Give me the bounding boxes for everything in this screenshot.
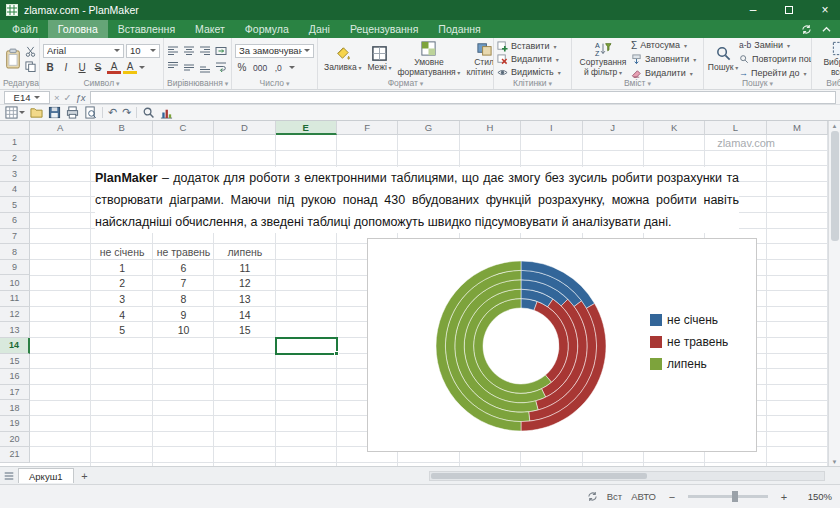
row-header-18[interactable]: 18 [0, 400, 30, 416]
visibility-button[interactable]: Видимість [497, 66, 568, 78]
row-header-10[interactable]: 10 [0, 275, 30, 291]
cell-D13[interactable]: 15 [214, 322, 275, 338]
number-format-select[interactable]: За замовчуван [235, 44, 314, 58]
cell-D10[interactable]: 12 [214, 276, 275, 292]
cell-B8[interactable]: не січень [91, 244, 152, 260]
donut-chart-object[interactable]: не січень не травень липень [367, 238, 757, 452]
vertical-scrollbar[interactable]: ▲ ▼ [828, 121, 840, 466]
row-header-13[interactable]: 13 [0, 322, 30, 338]
ribbon-tab-3[interactable]: Макет [185, 20, 235, 38]
row-header-12[interactable]: 12 [0, 307, 30, 323]
row-header-2[interactable]: 2 [0, 151, 30, 167]
cell-reference-box[interactable]: E14 [4, 91, 50, 104]
fill-down-button[interactable]: Заповнити [631, 53, 700, 66]
ribbon-tab-5[interactable]: Дані [299, 20, 340, 38]
cell-D9[interactable]: 11 [214, 260, 275, 276]
italic-button[interactable]: I [59, 61, 73, 75]
sheet-tab-active[interactable]: Аркуш1 [18, 468, 74, 483]
column-header-M[interactable]: M [767, 121, 828, 135]
minimize-button[interactable]: – [738, 0, 768, 20]
column-header-K[interactable]: K [644, 121, 705, 135]
row-header-17[interactable]: 17 [0, 385, 30, 401]
scroll-up-icon[interactable]: ▲ [832, 121, 838, 130]
cell-C11[interactable]: 8 [153, 291, 214, 307]
replace-button[interactable]: a-b Заміни [739, 39, 812, 52]
ribbon-tab-7[interactable]: Подання [428, 20, 490, 38]
ribbon-tab-4[interactable]: Формула [235, 20, 299, 38]
column-header-F[interactable]: F [337, 121, 398, 135]
zoom-level[interactable]: 150% [800, 491, 832, 502]
scroll-down-icon[interactable]: ▼ [832, 457, 838, 466]
zoom-out-button[interactable]: − [665, 490, 679, 504]
font-size-select[interactable]: 10 [126, 44, 160, 58]
chart-icon[interactable] [160, 106, 173, 119]
sync-icon[interactable] [796, 20, 816, 38]
insert-cells-button[interactable]: Вставити [497, 40, 568, 52]
column-header-C[interactable]: C [153, 121, 214, 135]
row-header-8[interactable]: 8 [0, 244, 30, 260]
print-preview-icon[interactable] [84, 106, 97, 119]
new-table-button[interactable] [5, 106, 25, 119]
select-all-corner[interactable] [0, 121, 30, 135]
paste-button[interactable] [3, 48, 23, 70]
column-header-B[interactable]: B [91, 121, 152, 135]
selected-cell[interactable] [275, 337, 338, 355]
valign-top-icon[interactable] [167, 61, 179, 73]
collapse-ribbon-icon[interactable] [816, 20, 836, 38]
column-header-A[interactable]: A [30, 121, 91, 135]
strikethrough-button[interactable]: S [91, 61, 105, 75]
row-header-3[interactable]: 3 [0, 166, 30, 182]
valign-bottom-icon[interactable] [199, 61, 211, 73]
merge-cells-icon[interactable] [215, 45, 227, 57]
column-header-E[interactable]: E [276, 121, 337, 135]
row-header-11[interactable]: 11 [0, 291, 30, 307]
column-header-I[interactable]: I [521, 121, 582, 135]
row-header-15[interactable]: 15 [0, 354, 30, 370]
copy-icon[interactable] [25, 61, 36, 72]
zoom-slider-thumb[interactable] [732, 491, 738, 502]
font-name-select[interactable]: Arial [43, 44, 124, 58]
cell-B12[interactable]: 4 [91, 307, 152, 323]
row-header-21[interactable]: 21 [0, 447, 30, 463]
search-button[interactable]: Пошук [707, 44, 739, 74]
thousands-format-button[interactable]: 000 [253, 61, 267, 75]
maximize-button[interactable] [774, 0, 804, 20]
align-left-icon[interactable] [167, 45, 179, 57]
autosum-button[interactable]: Σ Автосума [631, 39, 700, 52]
horizontal-scrollbar[interactable] [429, 471, 825, 481]
zoom-slider[interactable] [688, 495, 768, 498]
row-header-16[interactable]: 16 [0, 369, 30, 385]
row-header-5[interactable]: 5 [0, 197, 30, 213]
wrap-text-icon[interactable] [215, 61, 227, 73]
cell-C13[interactable]: 10 [153, 322, 214, 338]
column-header-G[interactable]: G [398, 121, 459, 135]
add-sheet-button[interactable]: + [77, 470, 93, 482]
cell-C12[interactable]: 9 [153, 307, 214, 323]
find-icon[interactable] [142, 106, 155, 119]
cell-styles-button[interactable]: Стилі клітинок [463, 39, 494, 79]
borders-button[interactable]: Межі [364, 44, 394, 74]
refresh-icon[interactable] [587, 491, 598, 502]
highlight-color-button[interactable]: А [123, 61, 137, 74]
cell-B9[interactable]: 1 [91, 260, 152, 276]
save-icon[interactable] [48, 106, 61, 119]
fill-color-button[interactable]: Заливка [321, 44, 364, 74]
row-header-6[interactable]: 6 [0, 213, 30, 229]
conditional-formatting-button[interactable]: Умовне форматування [394, 39, 463, 79]
cell-D12[interactable]: 14 [214, 307, 275, 323]
cell-D11[interactable]: 13 [214, 291, 275, 307]
column-header-D[interactable]: D [214, 121, 275, 135]
align-right-icon[interactable] [199, 45, 211, 57]
vertical-scroll-thumb[interactable] [831, 131, 839, 241]
row-header-14[interactable]: 14 [0, 338, 30, 354]
sheet-list-icon[interactable] [3, 470, 15, 482]
insert-function-icon[interactable]: ƒx [76, 92, 86, 103]
sort-filter-button[interactable]: A Z Сортування й фільтр [575, 40, 631, 79]
redo-icon[interactable]: ↷ [122, 107, 131, 118]
ribbon-tab-1[interactable]: Головна [48, 20, 108, 38]
valign-middle-icon[interactable] [183, 61, 195, 73]
formula-input[interactable] [90, 91, 836, 104]
insert-mode-indicator[interactable]: Вст [607, 491, 622, 502]
column-header-L[interactable]: L [705, 121, 766, 135]
cell-C8[interactable]: не травень [153, 244, 214, 260]
